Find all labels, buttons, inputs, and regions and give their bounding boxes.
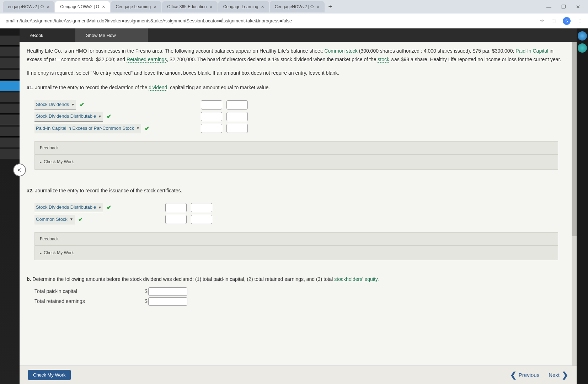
account-select[interactable]: Paid-In Capital in Excess of Par-Common …	[34, 124, 141, 133]
close-icon[interactable]: ×	[102, 4, 105, 10]
assignment-toolbar: eBook Show Me How	[20, 28, 577, 42]
close-icon[interactable]: ×	[261, 4, 264, 10]
nav-item[interactable]	[0, 149, 20, 159]
browser-tab[interactable]: CengageNOWv2 | O×	[270, 1, 325, 12]
credit-input[interactable]	[226, 100, 248, 110]
term-link[interactable]: Common stock	[324, 48, 357, 54]
amount-input[interactable]	[148, 297, 187, 306]
help-icon[interactable]	[578, 31, 587, 41]
feedback-panel: Feedback ▸Check My Work	[34, 232, 558, 261]
amount-label: Total paid-in capital	[34, 287, 145, 296]
nav-item[interactable]	[0, 92, 20, 102]
amount-row: Total paid-in capital $	[34, 287, 566, 296]
show-me-how-button[interactable]: Show Me How	[75, 28, 148, 42]
check-my-work-button[interactable]: Check My Work	[28, 370, 71, 380]
check-icon: ✔	[78, 215, 83, 224]
browser-tab[interactable]: engageNOWv2 | O×	[3, 1, 54, 12]
close-icon[interactable]: ×	[154, 4, 156, 10]
nav-item[interactable]	[0, 127, 20, 137]
star-icon[interactable]: ☆	[540, 18, 544, 23]
close-icon[interactable]: ×	[316, 4, 319, 10]
menu-icon[interactable]: ⋮	[578, 18, 582, 23]
minimize-icon[interactable]: —	[546, 4, 551, 10]
side-nav	[0, 28, 20, 384]
browser-tab[interactable]: Cengage Learning×	[111, 1, 161, 12]
account-select[interactable]: Stock Dividends Distributable▼	[34, 203, 103, 212]
right-rail	[577, 28, 588, 384]
term-link[interactable]: stock	[378, 57, 389, 63]
bottom-bar: Check My Work ❮Previous Next❯	[20, 366, 577, 384]
amount-input[interactable]	[148, 287, 187, 296]
browser-tab[interactable]: Office 365 Education×	[162, 1, 217, 12]
previous-button[interactable]: ❮Previous	[510, 370, 539, 380]
account-select[interactable]: Stock Dividends▼	[34, 100, 76, 110]
dollar-sign: $	[145, 297, 148, 306]
account-select[interactable]: Common Stock▼	[34, 215, 75, 224]
triangle-icon: ▸	[40, 159, 42, 165]
credit-input[interactable]	[191, 203, 212, 212]
feedback-header: Feedback	[35, 233, 558, 246]
close-icon[interactable]: ×	[210, 4, 213, 10]
debit-input[interactable]	[201, 124, 222, 133]
main-panel: < eBook Show Me How Healthy Life Co. is …	[20, 28, 577, 384]
term-link[interactable]: dividend	[149, 85, 167, 91]
new-tab-button[interactable]: +	[325, 3, 335, 11]
ebook-button[interactable]: eBook	[20, 28, 75, 42]
close-icon[interactable]: ×	[47, 4, 49, 10]
check-my-work-link[interactable]: ▸Check My Work	[35, 155, 558, 169]
check-icon: ✔	[107, 203, 111, 212]
check-my-work-link[interactable]: ▸Check My Work	[35, 246, 558, 260]
nav-item[interactable]	[0, 104, 20, 114]
nav-item-active[interactable]	[0, 81, 20, 91]
url-text: om/ilrn/takeAssignment/takeAssignmentMai…	[6, 18, 292, 23]
credit-input[interactable]	[191, 215, 212, 224]
chevron-left-icon: ❮	[510, 370, 517, 380]
chevron-down-icon: ▼	[98, 113, 102, 119]
debit-input[interactable]	[201, 100, 222, 110]
credit-input[interactable]	[226, 112, 248, 121]
instruction-text: If no entry is required, select "No entr…	[27, 69, 566, 78]
debit-input[interactable]	[165, 203, 187, 212]
journal-row: Stock Dividends▼ ✔	[34, 100, 248, 110]
nav-item[interactable]	[0, 115, 20, 125]
journal-row: Stock Dividends Distributable▼ ✔	[34, 203, 212, 212]
close-icon[interactable]: ✕	[576, 4, 580, 10]
address-bar[interactable]: om/ilrn/takeAssignment/takeAssignmentMai…	[0, 14, 588, 28]
extension-icon[interactable]: ⬚	[551, 18, 556, 23]
info-icon[interactable]	[578, 43, 587, 53]
debit-input[interactable]	[201, 112, 222, 121]
term-link[interactable]: Paid-In Capital	[515, 48, 548, 54]
maximize-icon[interactable]: ❐	[561, 4, 566, 10]
problem-text: Healthy Life Co. is an HMO for businesse…	[27, 47, 566, 64]
chevron-down-icon: ▼	[98, 204, 102, 210]
back-button[interactable]: <	[13, 164, 26, 176]
journal-row: Common Stock▼ ✔	[34, 215, 212, 224]
question-b: b. Determine the following amounts befor…	[27, 275, 566, 284]
browser-tab[interactable]: Cengage Learning×	[218, 1, 269, 12]
journal-row: Stock Dividends Distributable▼ ✔	[34, 112, 248, 121]
journal-row: Paid-In Capital in Excess of Par-Common …	[34, 124, 248, 133]
account-select[interactable]: Stock Dividends Distributable▼	[34, 112, 103, 121]
term-link[interactable]: Retained earnings	[127, 57, 167, 63]
chevron-down-icon: ▼	[70, 216, 73, 222]
dollar-sign: $	[145, 287, 148, 296]
profile-avatar[interactable]: S	[563, 17, 571, 25]
term-link[interactable]: stockholders' equity	[334, 276, 377, 282]
browser-tab[interactable]: CengageNOWv2 | O×	[55, 1, 110, 12]
assignment-content: Healthy Life Co. is an HMO for businesse…	[20, 42, 577, 366]
check-icon: ✔	[107, 112, 111, 121]
nav-item[interactable]	[0, 47, 20, 57]
amount-row: Total retained earnings $	[34, 297, 566, 306]
scrollbar[interactable]	[572, 42, 577, 366]
nav-item[interactable]	[0, 138, 20, 148]
next-button[interactable]: Next❯	[549, 370, 568, 380]
nav-item[interactable]	[0, 70, 20, 80]
chevron-down-icon: ▼	[71, 102, 75, 108]
scrollbar-thumb[interactable]	[572, 42, 577, 236]
nav-item[interactable]	[0, 36, 20, 46]
debit-input[interactable]	[165, 215, 187, 224]
nav-item[interactable]	[0, 58, 20, 68]
chevron-right-icon: ❯	[562, 370, 568, 380]
credit-input[interactable]	[226, 124, 248, 133]
check-icon: ✔	[80, 100, 84, 110]
